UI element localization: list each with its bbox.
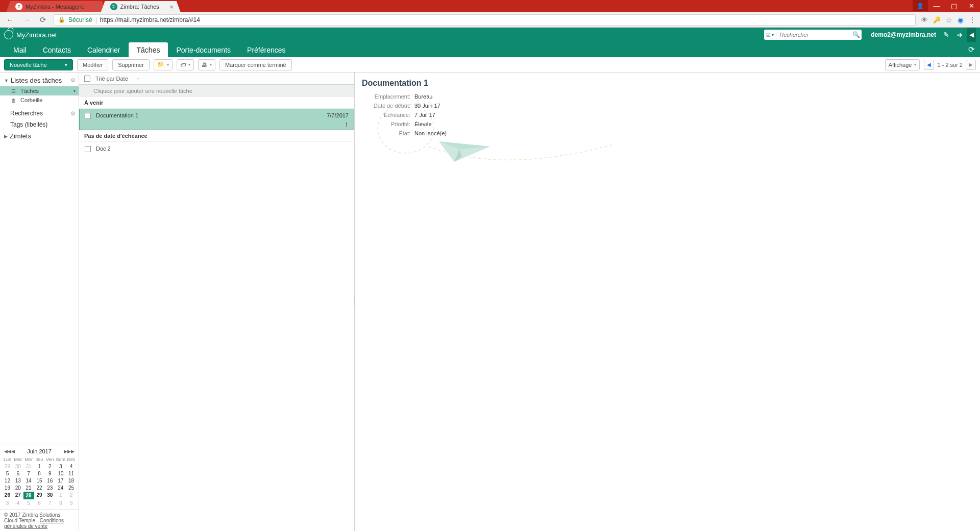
view-button[interactable]: Affichage — [885, 59, 920, 70]
list-header[interactable]: Trié par Date — [79, 73, 354, 85]
new-task-button[interactable]: Nouvelle tâche — [4, 59, 73, 70]
gear-icon[interactable]: ⚙ — [70, 77, 76, 84]
compose-icon[interactable]: ✎ — [943, 31, 949, 39]
cal-day[interactable]: 16 — [44, 477, 55, 484]
cal-day[interactable]: 5 — [23, 500, 34, 506]
sidebar-lists-header[interactable]: ▼ Listes des tâches ⚙ — [0, 75, 79, 86]
cal-day[interactable]: 27 — [13, 492, 23, 499]
sidebar-item-tasks[interactable]: ☰ Tâches — [0, 86, 79, 95]
delete-button[interactable]: Supprimer — [112, 59, 150, 70]
cal-day[interactable]: 30 — [44, 492, 55, 499]
task-row[interactable]: Documentation 1 7/7/2017 ! — [79, 109, 354, 130]
cal-day[interactable]: 7 — [44, 500, 55, 506]
cal-day[interactable]: 29 — [34, 492, 45, 499]
maximize-icon[interactable]: ▢ — [945, 0, 963, 11]
select-all-checkbox[interactable] — [84, 76, 90, 82]
cal-day[interactable]: 2 — [66, 492, 77, 499]
cal-day[interactable]: 26 — [2, 492, 13, 499]
tab-contacts[interactable]: Contacts — [35, 42, 79, 57]
pager-prev-icon[interactable]: ◀ — [924, 60, 934, 70]
cal-day[interactable]: 15 — [34, 477, 45, 484]
cal-day[interactable]: 11 — [66, 470, 77, 477]
minimize-icon[interactable]: — — [928, 0, 945, 11]
close-window-icon[interactable]: ✕ — [963, 0, 980, 11]
tab-tasks[interactable]: Tâches — [129, 42, 168, 57]
collapse-icon[interactable]: ◀ — [967, 28, 976, 42]
reload-icon[interactable]: ⟳ — [38, 15, 48, 25]
sidebar-zimlets[interactable]: ▶ Zimlets — [0, 130, 79, 142]
cal-day[interactable]: 9 — [44, 470, 55, 477]
cal-day[interactable]: 25 — [66, 485, 77, 491]
cal-day[interactable]: 20 — [13, 485, 23, 491]
print-button[interactable]: 🖶 — [198, 59, 215, 70]
close-icon[interactable]: × — [95, 3, 99, 11]
cal-day[interactable]: 6 — [13, 470, 23, 477]
pager-next-icon[interactable]: ▶ — [966, 60, 976, 70]
omnibox[interactable]: 🔒 Sécurisé | https://mail.myzimbra.net/z… — [54, 14, 916, 26]
cal-day[interactable]: 22 — [34, 485, 45, 491]
cal-day[interactable]: 3 — [2, 500, 13, 506]
cal-next-year-icon[interactable]: ▶▶ — [67, 449, 75, 454]
cal-day[interactable]: 1 — [34, 463, 45, 470]
cal-day[interactable]: 4 — [13, 500, 23, 506]
task-checkbox[interactable] — [85, 113, 91, 119]
menu-icon[interactable]: ⋮ — [969, 16, 976, 24]
cal-day[interactable]: 10 — [55, 470, 66, 477]
extension-icon[interactable]: ◉ — [958, 16, 964, 24]
sort-label[interactable]: Trié par Date — [95, 76, 128, 82]
cal-day[interactable]: 2 — [44, 463, 55, 470]
cal-day[interactable]: 24 — [55, 485, 66, 491]
star-icon[interactable]: ☆ — [946, 16, 952, 24]
key-icon[interactable]: 🔑 — [933, 16, 941, 23]
cal-day[interactable]: 29 — [2, 463, 13, 470]
cal-day[interactable]: 30 — [13, 463, 23, 470]
task-checkbox[interactable] — [85, 146, 91, 152]
logout-icon[interactable]: ➜ — [957, 31, 963, 39]
search-type-icon[interactable]: ☑ — [764, 30, 776, 40]
task-row[interactable]: Doc 2 — [79, 142, 354, 156]
search-icon[interactable]: 🔍 — [850, 31, 862, 38]
sidebar-item-trash[interactable]: 🗑 Corbeille — [0, 95, 79, 105]
gear-icon[interactable]: ⚙ — [70, 110, 76, 117]
search-box[interactable]: ☑ 🔍 — [764, 30, 862, 40]
cal-day[interactable]: 31 — [23, 463, 34, 470]
forward-icon[interactable]: → — [21, 15, 33, 24]
user-icon[interactable]: 👤 — [913, 0, 928, 11]
cal-next-month-icon[interactable]: ▶ — [64, 449, 67, 454]
cal-day[interactable]: 14 — [23, 477, 34, 484]
cal-day[interactable]: 21 — [23, 485, 34, 491]
back-icon[interactable]: ← — [4, 15, 16, 24]
cal-day[interactable]: 8 — [55, 500, 66, 506]
edit-button[interactable]: Modifier — [77, 59, 108, 70]
cal-prev-month-icon[interactable]: ◀ — [11, 449, 15, 454]
tab-briefcase[interactable]: Porte-documents — [168, 42, 239, 57]
cal-day[interactable]: 12 — [2, 477, 13, 484]
mark-done-button[interactable]: Marquer comme terminé — [219, 59, 292, 70]
tab-calendar[interactable]: Calendrier — [79, 42, 129, 57]
logo[interactable]: MyZimbra.net — [4, 30, 57, 39]
cal-day[interactable]: 8 — [34, 470, 45, 477]
user-email[interactable]: demo2@myzimbra.net — [871, 31, 936, 38]
sidebar-searches[interactable]: Recherches ⚙ — [0, 108, 79, 119]
cal-day[interactable]: 4 — [66, 463, 77, 470]
eye-icon[interactable]: 👁 — [921, 16, 928, 24]
browser-tab-1[interactable]: ✆ Zimbra: Tâches × — [101, 1, 181, 12]
cal-day[interactable]: 13 — [13, 477, 23, 484]
move-button[interactable]: 📁 — [154, 59, 173, 70]
cal-day[interactable]: 19 — [2, 485, 13, 491]
browser-tab-0[interactable]: Z MyZimbra - Messagerie × — [6, 1, 106, 12]
close-icon[interactable]: × — [169, 3, 174, 11]
cal-title[interactable]: Juin 2017 — [27, 448, 52, 454]
cal-day[interactable]: 3 — [55, 463, 66, 470]
sidebar-tags[interactable]: Tags (libellés) — [0, 119, 79, 130]
tab-mail[interactable]: Mail — [5, 42, 35, 57]
cal-day[interactable]: 7 — [23, 470, 34, 477]
tab-preferences[interactable]: Préférences — [239, 42, 293, 57]
cal-prev-year-icon[interactable]: ◀◀ — [4, 449, 11, 454]
cal-day[interactable]: 1 — [55, 492, 66, 499]
refresh-icon[interactable]: ⟳ — [968, 45, 975, 54]
tag-button[interactable]: 🏷 — [177, 59, 194, 70]
cal-day[interactable]: 6 — [34, 500, 45, 506]
cal-day[interactable]: 28 — [23, 492, 34, 499]
search-input[interactable] — [776, 32, 850, 38]
